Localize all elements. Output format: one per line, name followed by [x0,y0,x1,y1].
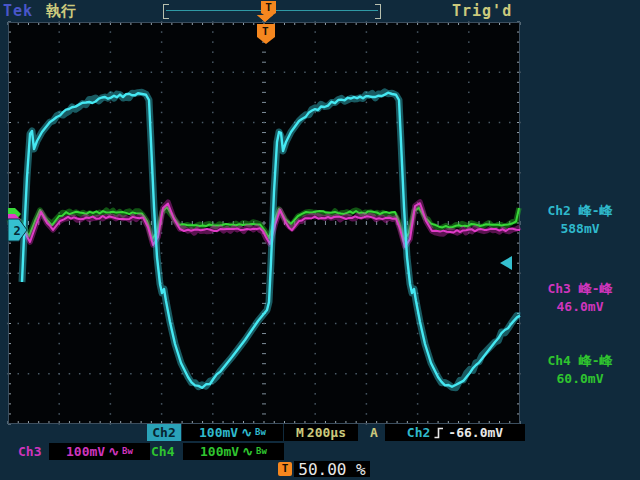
svg-text:T: T [262,25,269,38]
graticule: 2T [8,22,520,424]
measurement-channel: Ch2 [547,203,570,218]
trigger-level-arrow-icon [500,256,512,270]
measurement-ch2-pkpk: Ch2 峰-峰 588mV [522,202,638,238]
measurement-type: 峰-峰 [579,281,613,296]
readout-row-3: T 50.00 % [0,461,640,477]
trigger-position-readout: 50.00 % [294,461,370,477]
ch3-scale-value: 100mV [66,443,105,460]
readout-row-1: Ch2 100mV∿Bw M200µs A Ch2 -66.0mV [0,424,640,441]
trigger-status: Trig'd [452,2,512,20]
trigger-source: Ch2 [407,424,430,441]
measurement-value: 46.0mV [522,298,638,316]
oscilloscope-screen: { "colors": { "ch2": "#45e8f2", "ch2_glo… [0,0,640,480]
ch3-label: Ch3 [18,443,41,460]
measurement-ch3-pkpk: Ch3 峰-峰 46.0mV [522,280,638,316]
acquisition-run-state: 執行 [46,2,76,21]
ch3-scale-readout: 100mV∿Bw [49,443,150,460]
timebase-label: M [296,424,304,441]
timebase-readout: M200µs [284,424,358,441]
measurement-type: 峰-峰 [579,353,613,368]
bandwidth-limit-icon: Bw [255,424,266,441]
bandwidth-limit-icon: Bw [256,443,267,460]
ch2-waveform [22,93,520,388]
record-view-left-bracket-icon [163,4,169,19]
trigger-system-label: A [370,424,378,441]
bandwidth-limit-icon: Bw [122,443,133,460]
ch4-scale-value: 100mV [200,443,239,460]
trigger-readout: Ch2 -66.0mV [385,424,525,441]
waveform-display: 2T [8,22,520,424]
ch2-scale-readout: 100mV∿Bw [182,424,283,441]
record-view-right-bracket-icon [375,4,381,19]
ac-coupling-icon: ∿ [108,443,119,460]
rising-edge-slope-icon [433,426,445,440]
ch2-scale-value: 100mV [199,424,238,441]
ac-coupling-icon: ∿ [241,424,252,441]
measurement-value: 60.0mV [522,370,638,388]
readout-row-2: Ch3 100mV∿Bw Ch4 100mV∿Bw [0,443,640,460]
measurement-channel: Ch3 [547,281,570,296]
measurement-ch4-pkpk: Ch4 峰-峰 60.0mV [522,352,638,388]
tek-logo: Tek [3,2,33,20]
ch4-label: Ch4 [151,443,174,460]
measurement-channel: Ch4 [547,353,570,368]
ch4-scale-readout: 100mV∿Bw [183,443,284,460]
measurement-value: 588mV [522,220,638,238]
svg-text:2: 2 [14,224,21,238]
ac-coupling-icon: ∿ [242,443,253,460]
trigger-position-badge-icon: T [278,462,292,476]
timebase-value: 200µs [307,424,346,441]
ch2-label-badge: Ch2 [147,424,181,441]
measurement-type: 峰-峰 [579,203,613,218]
trigger-level: -66.0mV [448,424,503,441]
